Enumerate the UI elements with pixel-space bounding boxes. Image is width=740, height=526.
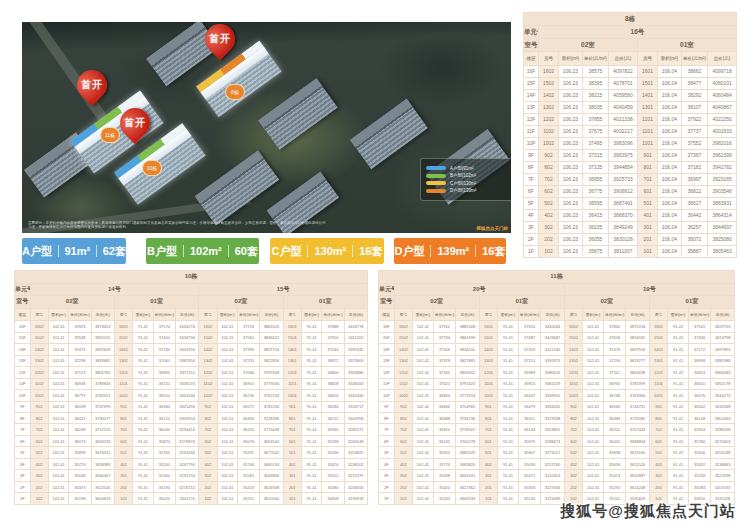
table-cell: 37648 — [69, 332, 91, 343]
table-cell: 6F — [15, 435, 31, 446]
table-cell: 面积(m²) — [559, 52, 582, 65]
table-row: 4F402106.23364153868370401106.0436442386… — [524, 209, 737, 221]
table-cell: 3395332 — [344, 344, 367, 355]
table-row: 11F1102106.233767540022171101106.0437737… — [524, 125, 737, 137]
table-cell: 3863520 — [260, 321, 283, 332]
banner-type-a: A户型91m²62套 — [22, 238, 126, 264]
table-cell: 91.41 — [668, 344, 689, 355]
legend-label: A户型|91m² — [450, 166, 473, 171]
table-cell: 3983096 — [609, 137, 638, 149]
table-cell: 701 — [649, 424, 668, 435]
table-cell: 3397893 — [711, 344, 735, 355]
table-cell: 8F — [15, 413, 31, 424]
table-cell: 901 — [649, 401, 668, 412]
table-cell: 36550 — [153, 390, 175, 401]
table-cell: 总价(元) — [609, 52, 638, 65]
table-cell: 91.41 — [668, 447, 689, 458]
table-row: 8F802102.4136488373673680191.41363113319… — [379, 413, 735, 424]
table-cell: 102.41 — [217, 344, 237, 355]
table-cell: 2F — [524, 233, 539, 245]
table-cell: 36736 — [238, 390, 260, 401]
table-cell: 楼层 — [524, 52, 539, 65]
table-cell: 401 — [637, 209, 657, 221]
table-cell: 1501 — [283, 332, 301, 343]
table-row: 4F402102.4135776366382040191.41356393257… — [379, 458, 735, 469]
table-cell: 201 — [283, 481, 301, 492]
table-row: 6F602102.4136132370027860191.41359753288… — [379, 435, 735, 446]
table-cell: 38292 — [681, 89, 708, 101]
table-cell: 3688804 — [626, 435, 649, 446]
table-cell: 601 — [649, 435, 668, 446]
table-cell: 36627 — [681, 197, 708, 209]
table-cell: 91.41 — [668, 378, 689, 389]
legend-color-bar — [426, 166, 446, 170]
banner-type-b: B户型102m²60套 — [146, 238, 259, 264]
table-cell: 3868370 — [609, 209, 638, 221]
table-cell: 1401 — [114, 344, 132, 355]
table-cell: 1102 — [564, 378, 583, 389]
table-cell: 3349902 — [541, 390, 564, 401]
table-cell: 室号 — [379, 296, 395, 309]
table-cell: 106.04 — [658, 161, 681, 173]
table-cell: 102.41 — [583, 321, 604, 332]
table-row: 13F1302106.233803540404591301106.0438107… — [524, 101, 737, 113]
price-table: 11栋单元号20号19号室号02室01室02室01室楼层房号面积(m²)单价(元… — [378, 270, 735, 505]
table-cell: 801 — [637, 161, 657, 173]
table-cell: 3982016 — [708, 137, 737, 149]
table-cell: 3736736 — [456, 413, 479, 424]
table-cell: 35606 — [688, 447, 710, 458]
table-cell: 3809652 — [456, 367, 479, 378]
table-cell: 36595 — [582, 197, 609, 209]
table-cell: 1402 — [564, 344, 583, 355]
table-cell: 106.23 — [559, 89, 582, 101]
table-cell: 4078701 — [609, 77, 638, 89]
table-cell: 91.41 — [498, 470, 519, 481]
table-cell: 8栋 — [524, 13, 737, 26]
table-cell: 402 — [30, 458, 48, 469]
table-cell: 面积(m²) — [301, 308, 321, 321]
price-table-building-8: 8栋单元号16号室号02室01室楼层房号面积(m²)单价(元/m²)总价(元)房… — [523, 12, 737, 258]
table-cell: 102.41 — [583, 390, 604, 401]
table-cell: 1101 — [649, 378, 668, 389]
table-cell: 1502 — [199, 332, 217, 343]
table-cell: 3707443 — [626, 424, 649, 435]
pin-label: 首开 — [120, 108, 150, 138]
table-cell: 91.41 — [301, 447, 321, 458]
table-cell: 总价(元) — [708, 52, 737, 65]
table-cell: 35360 — [153, 470, 175, 481]
table-cell: 01室 — [283, 296, 367, 309]
table-cell: 单价(元/m²) — [69, 308, 91, 321]
building-badge-11: 11栋 — [100, 127, 120, 143]
table-cell: 102.41 — [48, 435, 68, 446]
table-cell: 38107 — [681, 101, 708, 113]
table-cell: 302 — [394, 470, 413, 481]
table-cell: 2F — [15, 481, 31, 492]
table-cell: 36132 — [433, 435, 455, 446]
table-cell: 36948 — [69, 378, 91, 389]
table-cell: 1602 — [199, 321, 217, 332]
table-cell: 91.41 — [133, 321, 153, 332]
table-cell: 902 — [564, 401, 583, 412]
table-cell: 35975 — [518, 435, 540, 446]
divider — [228, 245, 229, 257]
table-cell: 102.41 — [217, 401, 237, 412]
table-cell: 102.41 — [217, 367, 237, 378]
table-cell: 3253825 — [344, 447, 367, 458]
table-cell: 302 — [30, 470, 48, 481]
table-cell: 3643846 — [260, 470, 283, 481]
table-cell: 1202 — [564, 367, 583, 378]
building-tower — [350, 99, 428, 169]
table-cell: 91.41 — [133, 493, 153, 505]
table-cell: 37552 — [681, 137, 708, 149]
table-cell: 16F — [15, 321, 31, 332]
table-cell: 3663820 — [456, 458, 479, 469]
table-cell: 35723 — [69, 458, 91, 469]
table-cell: 35776 — [433, 458, 455, 469]
table-cell: 3805463 — [708, 245, 737, 257]
table-cell: 1101 — [114, 378, 132, 389]
table-cell: 36930 — [603, 378, 625, 389]
table-cell: 36257 — [681, 221, 708, 233]
table-cell: 35700 — [153, 447, 175, 458]
table-cell: 3227046 — [541, 481, 564, 492]
table-cell: 91.41 — [301, 344, 321, 355]
